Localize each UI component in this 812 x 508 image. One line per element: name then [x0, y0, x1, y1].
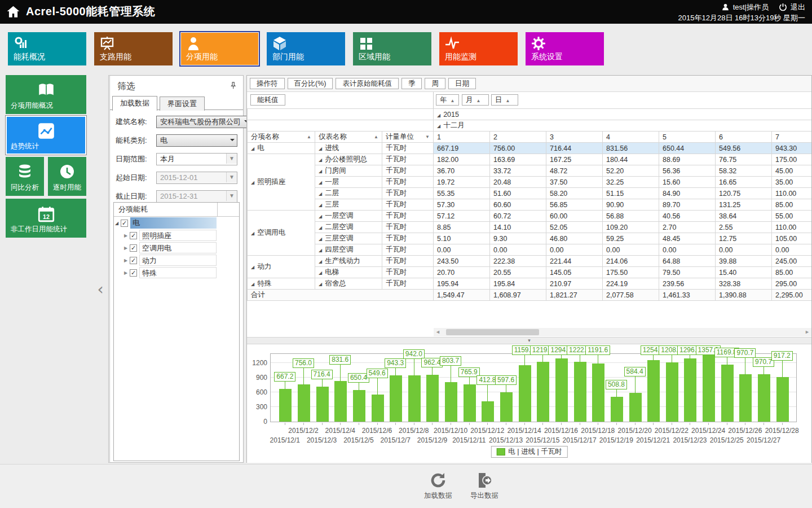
- combo-3[interactable]: 本月▼: [156, 153, 237, 165]
- power-icon[interactable]: [779, 3, 787, 11]
- meter-cell[interactable]: ◢宿舍总: [315, 278, 382, 290]
- col-header-unit[interactable]: 计量单位▼: [382, 132, 434, 143]
- meter-cell[interactable]: ◢四层空调: [315, 244, 382, 256]
- category-cell[interactable]: ◢特殊: [248, 278, 315, 290]
- tree-node-label[interactable]: 动力: [139, 255, 217, 266]
- logout-button[interactable]: 退出: [791, 2, 805, 12]
- category-cell[interactable]: ◢空调用电: [248, 211, 315, 256]
- axis-chip-1[interactable]: 年▲: [436, 94, 459, 106]
- checkbox[interactable]: ✓: [130, 244, 137, 252]
- nav-tile-4[interactable]: 部门用能: [267, 32, 345, 65]
- meter-cell[interactable]: ◢生产线动力: [315, 256, 382, 267]
- meter-cell[interactable]: ◢电梯: [315, 267, 382, 278]
- sidebar-tile-4[interactable]: 逐时用能: [48, 157, 86, 196]
- chevron-down-icon[interactable]: ▼: [226, 191, 237, 201]
- expanded-icon[interactable]: ◢: [114, 221, 120, 226]
- pivot-chip-6[interactable]: 日期: [448, 78, 476, 89]
- col-header-category[interactable]: 分项名称▲: [248, 132, 315, 143]
- day-header[interactable]: 6: [716, 132, 772, 143]
- tree-node-2[interactable]: ▶✓空调用电: [114, 242, 239, 254]
- scroll-left-icon[interactable]: ◄: [435, 329, 440, 335]
- pivot-chip-1[interactable]: 操作符: [250, 78, 285, 89]
- meter-cell[interactable]: ◢一层: [315, 177, 382, 188]
- tree-node-label[interactable]: 特殊: [139, 267, 217, 278]
- data-row: ◢三层空调千瓦时5.109.3046.8059.2548.4512.75105.…: [248, 233, 812, 244]
- checkbox[interactable]: ✓: [121, 220, 128, 227]
- tree-node-3[interactable]: ▶✓动力: [114, 254, 239, 266]
- filter-tab-1[interactable]: 加载数据: [112, 96, 157, 111]
- scroll-right-icon[interactable]: ►: [805, 329, 810, 335]
- day-header[interactable]: 1: [434, 132, 490, 143]
- col-header-meter[interactable]: 仪表名称▲: [315, 132, 382, 143]
- nav-tile-2[interactable]: 支路用能: [94, 32, 173, 65]
- collapse-splitter[interactable]: ▾: [247, 337, 811, 344]
- month-cell[interactable]: ◢十二月: [434, 120, 811, 132]
- pivot-chip-5[interactable]: 周: [425, 78, 445, 89]
- axis-chip-2[interactable]: 月▲: [462, 94, 489, 106]
- checkbox[interactable]: ✓: [130, 269, 137, 277]
- axis-chip-3[interactable]: 日▲: [491, 94, 518, 106]
- x-axis-tick: [524, 423, 525, 425]
- meter-cell[interactable]: ◢一层空调: [315, 211, 382, 222]
- collapse-sidebar-chevron-icon[interactable]: ‹: [94, 280, 107, 300]
- day-header[interactable]: 4: [603, 132, 659, 143]
- category-cell[interactable]: ◢照明插座: [248, 154, 315, 211]
- chevron-down-icon[interactable]: ▼: [226, 172, 237, 182]
- meter-cell[interactable]: ◢办公楼照明总: [315, 154, 382, 165]
- meter-cell[interactable]: ◢二层: [315, 188, 382, 199]
- sidebar-tile-3[interactable]: 同比分析: [6, 157, 44, 196]
- day-header[interactable]: 3: [546, 132, 603, 143]
- dropdown-2[interactable]: 电: [156, 134, 237, 147]
- value-cell: 55.00: [772, 211, 811, 222]
- tree-node-label[interactable]: 空调用电: [139, 242, 217, 253]
- x-axis-tick: [359, 423, 359, 425]
- day-header[interactable]: 5: [659, 132, 716, 143]
- value-cell: 224.19: [603, 278, 659, 290]
- meter-cell[interactable]: ◢门房间: [315, 165, 382, 177]
- meter-cell[interactable]: ◢三层: [315, 199, 382, 211]
- tree-node-label[interactable]: 照明插座: [139, 230, 217, 241]
- collapsed-icon[interactable]: ▶: [123, 270, 129, 275]
- category-cell[interactable]: ◢动力: [248, 256, 315, 278]
- load-data-button[interactable]: 加载数据: [417, 471, 459, 501]
- collapsed-icon[interactable]: ▶: [123, 258, 129, 263]
- dropdown-1[interactable]: 安科瑞电气股份有限公司: [156, 116, 251, 128]
- nav-tile-5[interactable]: 区域用能: [353, 32, 431, 65]
- meter-cell[interactable]: ◢进线: [315, 143, 382, 154]
- tree-node-label[interactable]: 电: [130, 217, 217, 229]
- collapsed-icon[interactable]: ▶: [123, 246, 129, 251]
- nav-tile-1[interactable]: 能耗概况: [8, 32, 86, 65]
- combo-4[interactable]: 2015-12-01▼: [156, 172, 237, 184]
- checkbox[interactable]: ✓: [130, 232, 137, 239]
- category-cell[interactable]: ◢电: [248, 143, 315, 154]
- day-header[interactable]: 7: [772, 132, 811, 143]
- tree-node-root[interactable]: ◢✓电: [114, 217, 239, 229]
- combo-5[interactable]: 2015-12-31▼: [156, 190, 237, 203]
- pin-icon[interactable]: [230, 81, 237, 89]
- meter-cell[interactable]: ◢三层空调: [315, 233, 382, 244]
- nav-tile-6[interactable]: 用能监测: [439, 32, 518, 65]
- nav-tile-3[interactable]: 分项用能: [180, 32, 259, 65]
- collapsed-icon[interactable]: ▶: [123, 233, 129, 238]
- sidebar-tile-2[interactable]: 趋势统计: [6, 116, 86, 155]
- pivot-chip-4[interactable]: 季: [401, 78, 422, 89]
- home-icon[interactable]: [6, 5, 21, 19]
- sidebar-tile-5[interactable]: 12非工作日用能统计: [6, 199, 86, 238]
- scrollbar-thumb[interactable]: [446, 329, 539, 335]
- meter-cell[interactable]: ◢二层空调: [315, 222, 382, 233]
- chevron-down-icon[interactable]: ▼: [226, 154, 237, 164]
- tree-node-4[interactable]: ▶✓特殊: [114, 266, 239, 279]
- filter-tab-2[interactable]: 界面设置: [160, 97, 205, 111]
- year-cell[interactable]: ◢2015: [434, 109, 811, 120]
- nav-tile-7[interactable]: 系统设置: [526, 32, 604, 65]
- horizontal-scrollbar[interactable]: ◄ ►: [434, 328, 811, 336]
- day-header[interactable]: 2: [490, 132, 546, 143]
- export-data-button[interactable]: 导出数据: [464, 471, 505, 501]
- tree-node-1[interactable]: ▶✓照明插座: [114, 229, 239, 242]
- pivot-chip-2[interactable]: 百分比(%): [288, 78, 333, 89]
- value-cell: 14.10: [490, 222, 546, 233]
- sidebar-tile-1[interactable]: 分项用能概况: [6, 75, 86, 114]
- measure-chip[interactable]: 能耗值: [250, 94, 285, 106]
- pivot-chip-3[interactable]: 表计原始能耗值: [336, 78, 399, 89]
- checkbox[interactable]: ✓: [130, 257, 137, 264]
